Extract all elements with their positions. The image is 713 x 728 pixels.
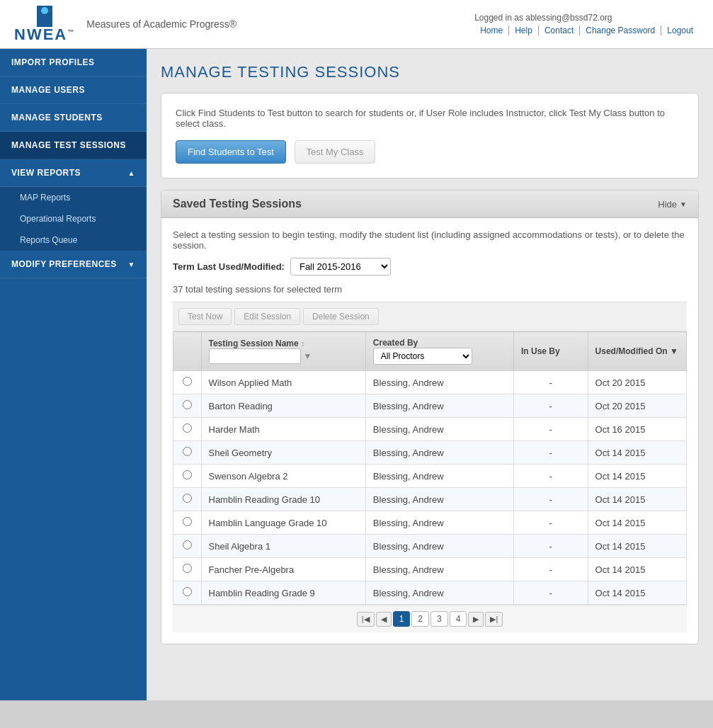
change-password-link[interactable]: Change Password bbox=[580, 25, 661, 35]
row-session-name: Fancher Pre-Algebra bbox=[201, 558, 365, 581]
row-in-use-by: - bbox=[513, 558, 588, 581]
row-radio-2[interactable] bbox=[183, 423, 192, 433]
name-filter-icon[interactable]: ▼ bbox=[304, 351, 312, 361]
help-link[interactable]: Help bbox=[509, 25, 539, 35]
sidebar-item-manage-students[interactable]: MANAGE STUDENTS bbox=[0, 104, 147, 132]
page-2-button[interactable]: 2 bbox=[411, 611, 429, 627]
row-radio-0[interactable] bbox=[183, 377, 192, 386]
last-page-button[interactable]: ▶| bbox=[485, 612, 503, 627]
sidebar-item-import-profiles[interactable]: IMPORT PROFILES bbox=[0, 49, 147, 76]
row-radio-8[interactable] bbox=[183, 564, 192, 573]
th-select bbox=[173, 332, 202, 371]
creator-filter-select[interactable]: All Proctors bbox=[373, 348, 472, 365]
row-radio-9[interactable] bbox=[183, 587, 192, 596]
row-in-use-by: - bbox=[513, 394, 588, 418]
test-my-class-button[interactable]: Test My Class bbox=[295, 140, 376, 164]
next-page-button[interactable]: ▶ bbox=[468, 612, 484, 627]
nwea-icon bbox=[37, 6, 52, 27]
table-header-row: Testing Session Name ↕ ▼ Created By bbox=[173, 332, 687, 371]
row-modified-on: Oct 16 2015 bbox=[588, 418, 686, 441]
row-session-name: Sheil Geometry bbox=[201, 441, 365, 465]
row-in-use-by: - bbox=[513, 371, 588, 394]
th-created-by: Created By All Proctors bbox=[365, 332, 513, 371]
table-row[interactable]: Fancher Pre-Algebra Blessing, Andrew - O… bbox=[173, 558, 687, 581]
prev-page-button[interactable]: ◀ bbox=[376, 612, 392, 627]
row-radio-cell bbox=[173, 581, 202, 605]
row-modified-on: Oct 20 2015 bbox=[588, 371, 686, 394]
table-row[interactable]: Harder Math Blessing, Andrew - Oct 16 20… bbox=[173, 418, 687, 441]
edit-session-button[interactable]: Edit Session bbox=[234, 308, 300, 325]
sidebar-item-view-reports[interactable]: VIEW REPORTS bbox=[0, 159, 147, 187]
table-row[interactable]: Wilson Applied Math Blessing, Andrew - O… bbox=[173, 371, 687, 394]
sidebar-item-operational-reports[interactable]: Operational Reports bbox=[0, 208, 147, 229]
first-page-button[interactable]: |◀ bbox=[357, 612, 375, 627]
page-4-button[interactable]: 4 bbox=[450, 611, 467, 627]
sidebar-item-manage-users[interactable]: MANAGE USERS bbox=[0, 76, 147, 104]
row-radio-3[interactable] bbox=[183, 447, 192, 456]
row-session-name: Hamblin Reading Grade 9 bbox=[201, 581, 365, 605]
table-row[interactable]: Hamblin Reading Grade 9 Blessing, Andrew… bbox=[173, 581, 687, 605]
row-session-name: Harder Math bbox=[201, 418, 365, 441]
row-radio-cell bbox=[173, 394, 202, 418]
row-radio-1[interactable] bbox=[183, 400, 192, 409]
test-now-button[interactable]: Test Now bbox=[178, 308, 232, 325]
row-radio-6[interactable] bbox=[183, 517, 192, 526]
table-row[interactable]: Hamblin Reading Grade 10 Blessing, Andre… bbox=[173, 488, 687, 511]
logo: NWEA™ bbox=[14, 6, 75, 42]
home-link[interactable]: Home bbox=[474, 25, 509, 35]
count-text: 37 total testing sessions for selected t… bbox=[173, 284, 687, 295]
table-row[interactable]: Barton Reading Blessing, Andrew - Oct 20… bbox=[173, 394, 687, 418]
logout-link[interactable]: Logout bbox=[661, 25, 699, 35]
sessions-tbody: Wilson Applied Math Blessing, Andrew - O… bbox=[173, 371, 687, 605]
find-students-button[interactable]: Find Students to Test bbox=[176, 140, 286, 164]
row-in-use-by: - bbox=[513, 511, 588, 535]
row-created-by: Blessing, Andrew bbox=[365, 488, 513, 511]
user-info: Logged in as ablessing@bssd72.org bbox=[474, 13, 699, 23]
row-radio-cell bbox=[173, 535, 202, 558]
row-radio-7[interactable] bbox=[183, 540, 192, 550]
page-1-button[interactable]: 1 bbox=[393, 611, 411, 627]
row-radio-cell bbox=[173, 371, 202, 394]
table-row[interactable]: Sheil Geometry Blessing, Andrew - Oct 14… bbox=[173, 441, 687, 465]
modify-preferences-arrow bbox=[128, 259, 135, 269]
table-row[interactable]: Sheil Algebra 1 Blessing, Andrew - Oct 1… bbox=[173, 535, 687, 558]
row-in-use-by: - bbox=[513, 418, 588, 441]
logo-tm: ™ bbox=[67, 28, 75, 35]
sidebar-item-reports-queue[interactable]: Reports Queue bbox=[0, 229, 147, 251]
row-radio-5[interactable] bbox=[183, 494, 192, 503]
sessions-description: Select a testing session to begin testin… bbox=[173, 229, 687, 251]
row-radio-cell bbox=[173, 418, 202, 441]
term-select[interactable]: Fall 2015-2016 Spring 2015-2016 Fall 201… bbox=[290, 258, 391, 275]
sessions-panel: Saved Testing Sessions Hide Select a tes… bbox=[161, 190, 699, 644]
app-title: Measures of Academic Progress® bbox=[86, 18, 236, 30]
info-box: Click Find Students to Test button to se… bbox=[161, 93, 699, 178]
row-session-name: Hamblin Reading Grade 10 bbox=[201, 488, 365, 511]
th-session-name[interactable]: Testing Session Name ↕ ▼ bbox=[201, 332, 365, 371]
logo-area: NWEA™ Measures of Academic Progress® bbox=[14, 6, 236, 42]
sidebar-item-modify-preferences[interactable]: MODIFY PREFERENCES bbox=[0, 251, 147, 278]
name-filter-input[interactable] bbox=[209, 348, 301, 364]
top-right: Logged in as ablessing@bssd72.org Home H… bbox=[474, 13, 699, 35]
row-in-use-by: - bbox=[513, 441, 588, 465]
row-created-by: Blessing, Andrew bbox=[365, 465, 513, 488]
row-radio-4[interactable] bbox=[183, 470, 192, 479]
row-session-name: Hamblin Language Grade 10 bbox=[201, 511, 365, 535]
pagination: |◀ ◀ 1 2 3 4 ▶ ▶| bbox=[173, 605, 687, 632]
table-row[interactable]: Hamblin Language Grade 10 Blessing, Andr… bbox=[173, 511, 687, 535]
row-in-use-by: - bbox=[513, 465, 588, 488]
table-row[interactable]: Swenson Algebra 2 Blessing, Andrew - Oct… bbox=[173, 465, 687, 488]
row-session-name: Swenson Algebra 2 bbox=[201, 465, 365, 488]
page-3-button[interactable]: 3 bbox=[430, 611, 448, 627]
th-modified-on[interactable]: Used/Modified On bbox=[588, 332, 686, 371]
sidebar-item-manage-test-sessions[interactable]: MANAGE TEST SESSIONS bbox=[0, 132, 147, 159]
row-created-by: Blessing, Andrew bbox=[365, 535, 513, 558]
row-session-name: Wilson Applied Math bbox=[201, 371, 365, 394]
hide-button[interactable]: Hide bbox=[658, 199, 687, 210]
sessions-panel-title: Saved Testing Sessions bbox=[173, 198, 302, 210]
view-reports-arrow bbox=[128, 168, 135, 178]
row-modified-on: Oct 14 2015 bbox=[588, 558, 686, 581]
nav-links: Home Help Contact Change Password Logout bbox=[474, 25, 699, 35]
sidebar-item-map-reports[interactable]: MAP Reports bbox=[0, 187, 147, 208]
contact-link[interactable]: Contact bbox=[539, 25, 580, 35]
delete-session-button[interactable]: Delete Session bbox=[303, 308, 379, 325]
